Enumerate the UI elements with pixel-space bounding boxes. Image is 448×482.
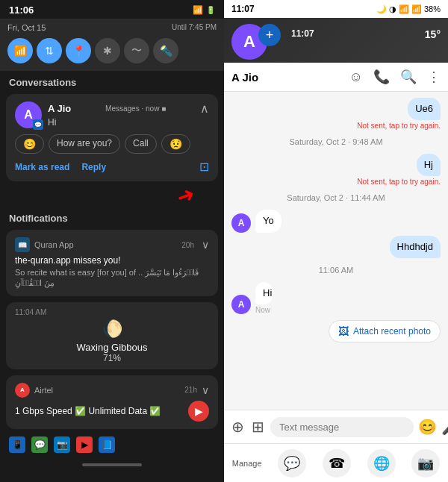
manage-label[interactable]: Manage	[232, 459, 262, 468]
search-icon[interactable]: 🔍	[400, 69, 417, 85]
time-left: 11:06	[9, 4, 34, 16]
quran-chevron-icon[interactable]: ∨	[202, 239, 209, 251]
battery-right: 38%	[424, 4, 441, 13]
notifications-label: Notifications	[0, 207, 224, 227]
nav-icon-2[interactable]: ☎	[323, 449, 351, 478]
recv-avatar-hi: A	[231, 295, 251, 314]
airtel-body: 1 Gbps Speed ✅ Unlimited Data ✅ ▶	[15, 401, 209, 422]
msg-row-ue6: Ue6 Not sent, tap to try again.	[231, 98, 441, 130]
expand-icon[interactable]: ⊡	[199, 160, 209, 174]
right-status-icons: 🌙 ◑ 📶 📶 38%	[376, 4, 441, 14]
msg-row-hj: Hj Not sent, tap to try again.	[231, 154, 441, 186]
nav-icon-1[interactable]: 💬	[278, 449, 306, 478]
nav-icon-3[interactable]: 🌐	[367, 449, 396, 478]
conv-name: A Jio	[48, 103, 71, 114]
recv-hi-container: Hi Now	[255, 282, 279, 314]
messages-badge: 💬	[33, 119, 43, 130]
home-bar-left	[82, 463, 142, 466]
time-right: 11:07	[231, 4, 255, 14]
mark-as-read-btn[interactable]: Mark as read	[15, 162, 69, 172]
reply-chip-call[interactable]: Call	[125, 134, 157, 154]
qs-until: Until 7:45 PM	[172, 23, 217, 31]
msg-row-hi: A Hi Now	[231, 282, 441, 314]
moon-phase: Waxing Gibbous	[77, 342, 148, 353]
conv-body: A Jio Messages · now ■ ∧ Hi	[48, 101, 209, 128]
text-message-input[interactable]	[270, 417, 414, 437]
conversations-label: Conversations	[0, 71, 224, 91]
chat-toolbar-icons: ☺ 📞 🔍 ⋮	[349, 69, 441, 85]
conv-chevron-icon[interactable]: ∧	[200, 101, 209, 116]
bottom-app-4: ▶	[76, 436, 93, 453]
airtel-chevron-icon[interactable]: ∨	[202, 384, 209, 396]
bottom-nav: Manage 💬 ☎ 🌐 📷	[224, 443, 448, 482]
msg-error-ue6[interactable]: Not sent, tap to try again.	[357, 122, 441, 130]
more-icon[interactable]: ⋮	[427, 69, 441, 85]
nfc-toggle[interactable]: 〜	[124, 38, 149, 63]
airtel-action-btn[interactable]: ▶	[188, 401, 209, 422]
attach-label: Attach recent photo	[353, 326, 431, 337]
reply-btn[interactable]: Reply	[81, 162, 106, 172]
quick-settings: Fri, Oct 15 Until 7:45 PM 📶 ⇅ 📍 ✱ 〜 🔦	[0, 19, 224, 71]
battery-icon-left: 🔋	[206, 6, 215, 14]
quran-app-name: Quran App	[34, 240, 74, 249]
temp-overlay: 15°	[425, 28, 441, 40]
quran-body: So recite what is easy [for you] of .. ف…	[15, 267, 209, 289]
signal-icon-right: 📶	[411, 4, 422, 14]
msg-error-hj[interactable]: Not sent, tap to try again.	[357, 178, 441, 186]
timestamp-3: 11:06 AM	[231, 266, 441, 275]
moon-time: 11:04 AM	[15, 308, 46, 316]
recv-avatar-yo: A	[231, 213, 251, 233]
smiley-icon[interactable]: ☺	[349, 69, 363, 85]
wifi-toggle[interactable]: 📶	[7, 38, 33, 63]
conv-actions: Mark as read Reply ⊡	[15, 160, 209, 174]
msg-bubble-yo: Yo	[255, 210, 281, 232]
msg-bubble-hhdhdjd: Hhdhdjd	[390, 236, 441, 258]
flashlight-toggle[interactable]: 🔦	[153, 38, 178, 63]
data-toggle[interactable]: ⇅	[37, 38, 62, 63]
attach-recent-photo-btn[interactable]: 🖼 Attach recent photo	[329, 320, 441, 342]
messages-area: Ue6 Not sent, tap to try again. Saturday…	[224, 92, 448, 410]
gallery-btn[interactable]: ⊞	[250, 416, 266, 437]
quran-icon: 📖	[15, 237, 30, 252]
left-panel: 11:06 📶 🔋 Fri, Oct 15 Until 7:45 PM 📶 ⇅ …	[0, 0, 224, 482]
timestamp-2: Saturday, Oct 2 · 11:44 AM	[231, 193, 441, 202]
airtel-card: A Airtel 21h ∨ 1 Gbps Speed ✅ Unlimited …	[6, 375, 218, 429]
bottom-app-1: 📱	[9, 436, 25, 453]
bluetooth-toggle[interactable]: ✱	[95, 38, 120, 63]
airtel-text: 1 Gbps Speed ✅ Unlimited Data ✅	[15, 406, 188, 416]
home-indicator-left	[0, 457, 224, 472]
airtel-time: 21h	[184, 386, 197, 394]
quran-notif-card: 📖 Quran App 20h ∨ the-quran.app misses y…	[6, 230, 218, 296]
reply-chip-emoji2[interactable]: 😟	[161, 134, 190, 154]
moon-percent: 71%	[103, 353, 121, 363]
moon-status-icon: 🌙	[376, 4, 387, 14]
floating-add-btn[interactable]: +	[258, 24, 281, 46]
conv-header: A 💬 A Jio Messages · now ■ ∧ Hi	[15, 101, 209, 128]
location-toggle[interactable]: 📍	[66, 38, 91, 63]
status-bar-left: 11:06 📶 🔋	[0, 0, 224, 19]
qs-buttons: 📶 ⇅ 📍 ✱ 〜 🔦	[7, 38, 217, 63]
red-arrow: ➜	[173, 181, 198, 210]
chat-contact-name: A Jio	[231, 71, 258, 84]
input-bar: ⊕ ⊞ 😊 🎤	[224, 410, 448, 443]
nav-icon-4[interactable]: 📷	[411, 449, 440, 478]
reply-chip-emoji1[interactable]: 😊	[15, 134, 44, 154]
emoji-btn[interactable]: 😊	[418, 418, 437, 436]
quran-title: the-quran.app misses you!	[15, 255, 209, 266]
circle-icon: ◑	[389, 4, 396, 14]
mic-btn[interactable]: 🎤	[441, 418, 448, 436]
timestamp-1: Saturday, Oct 2 · 9:48 AM	[231, 137, 441, 146]
left-status-icons: 📶 🔋	[193, 5, 215, 15]
msg-bubble-hj: Hj	[417, 154, 441, 176]
msg-row-yo: A Yo	[231, 210, 441, 232]
bottom-app-2: 💬	[31, 436, 48, 453]
add-attachment-btn[interactable]: ⊕	[230, 416, 246, 437]
conv-message: Hi	[48, 117, 209, 128]
attach-photo-icon: 🖼	[338, 325, 349, 337]
msg-row-hhdhdjd: Hhdhdjd	[231, 236, 441, 258]
bottom-apps-row: 📱 💬 📷 ▶ 📘	[0, 432, 224, 457]
moon-card: 11:04 AM 🌔 Waxing Gibbous 71%	[6, 302, 218, 369]
reply-chip-howareyou[interactable]: How are you?	[49, 134, 120, 154]
conversation-card: A 💬 A Jio Messages · now ■ ∧ Hi 😊 How ar…	[6, 94, 218, 181]
phone-icon[interactable]: 📞	[373, 69, 390, 85]
